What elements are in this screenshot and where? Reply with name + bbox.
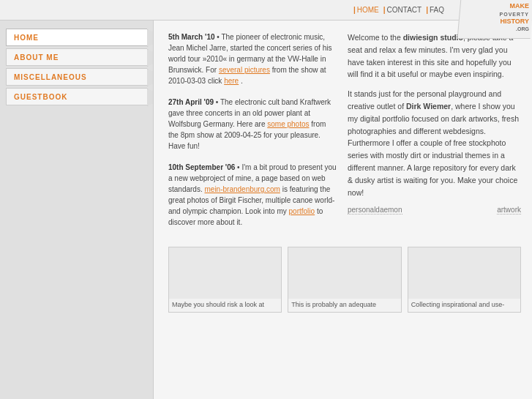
thumb-caption-1: Maybe you should risk a look at (169, 299, 281, 312)
sidebar-item-home[interactable]: HOME (6, 29, 147, 46)
news-1-link-2[interactable]: here (224, 77, 239, 85)
sidebar-item-miscellaneous[interactable]: MISCELLANEOUS (6, 68, 147, 86)
thumbnail-2[interactable]: This is probably an adequate (288, 247, 401, 313)
top-navigation-bar: | HOME | CONTACT | FAQ MAKE POVERTY HIST… (0, 0, 532, 20)
thumbnail-3[interactable]: Collecting inspirational and use- (408, 247, 521, 313)
top-nav-faq[interactable]: | FAQ (426, 6, 444, 14)
thumb-caption-2: This is probably an adequate (288, 299, 400, 312)
portfolio-link-personaldaemon[interactable]: personaldaemon (348, 206, 402, 215)
top-nav-contact[interactable]: | CONTACT (383, 6, 422, 14)
top-nav-home[interactable]: | HOME (353, 6, 379, 14)
news-item-2: 27th April '09 • The electronic cult ban… (168, 97, 337, 152)
welcome-para2: It stands just for the personal playgrou… (348, 88, 521, 198)
portfolio-links-row: personaldaemon artwork (348, 206, 521, 215)
sidebar: HOME ABOUT ME MISCELLANEOUS GUESTBOOK (0, 20, 154, 399)
news-item-3: 10th September '06 • I'm a bit proud to … (168, 162, 337, 228)
main-content: 5th March '10 • The pioneer of electroni… (154, 20, 532, 399)
news-3-link-2[interactable]: portfolio (289, 207, 315, 215)
author-name: Dirk Wiemer (406, 102, 451, 111)
sidebar-item-guestbook[interactable]: GUESTBOOK (6, 88, 147, 105)
main-columns: 5th March '10 • The pioneer of electroni… (168, 31, 521, 238)
portfolio-link-artwork[interactable]: artwork (497, 206, 521, 215)
news-column: 5th March '10 • The pioneer of electroni… (168, 31, 337, 238)
main-wrapper: HOME ABOUT ME MISCELLANEOUS GUESTBOOK 5t… (0, 20, 532, 399)
news-1-link-1[interactable]: several pictures (219, 66, 270, 74)
make-poverty-history-logo[interactable]: MAKE POVERTY HISTORY .ORG (452, 0, 532, 42)
news-2-link-1[interactable]: some photos (267, 120, 309, 128)
news-3-link-1[interactable]: mein-brandenburg.com (204, 185, 280, 193)
welcome-column: Welcome to the diwiesign studio, please … (348, 31, 521, 238)
thumbnail-1[interactable]: Maybe you should risk a look at (168, 247, 282, 313)
thumb-caption-3: Collecting inspirational and use- (408, 299, 520, 312)
sidebar-item-about-me[interactable]: ABOUT ME (6, 48, 147, 66)
thumbnail-row: Maybe you should risk a look at This is … (168, 247, 521, 313)
news-item-1: 5th March '10 • The pioneer of electroni… (168, 31, 337, 86)
